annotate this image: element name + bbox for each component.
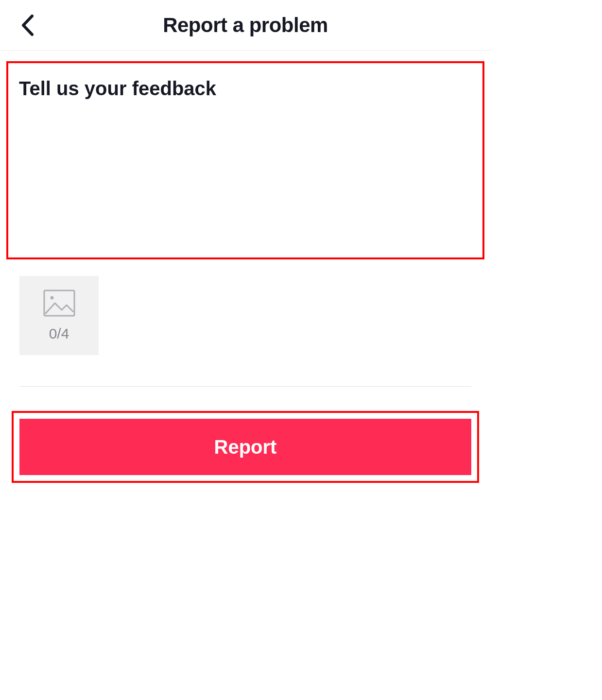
chevron-left-icon: [19, 14, 34, 36]
image-icon: [43, 290, 75, 317]
svg-rect-0: [44, 290, 74, 316]
header: Report a problem: [0, 0, 491, 51]
feedback-input[interactable]: [19, 78, 472, 243]
report-problem-screen: Report a problem 0/4 Report: [0, 0, 491, 483]
page-title: Report a problem: [0, 14, 491, 37]
add-image-button[interactable]: 0/4: [19, 276, 99, 355]
feedback-container: [6, 61, 484, 259]
divider: [19, 386, 471, 387]
content: 0/4 Report: [0, 61, 491, 483]
svg-point-1: [50, 296, 53, 299]
upload-count: 0/4: [49, 325, 69, 342]
report-button[interactable]: Report: [19, 419, 471, 475]
report-button-wrap: Report: [12, 411, 479, 483]
back-button[interactable]: [16, 10, 38, 40]
